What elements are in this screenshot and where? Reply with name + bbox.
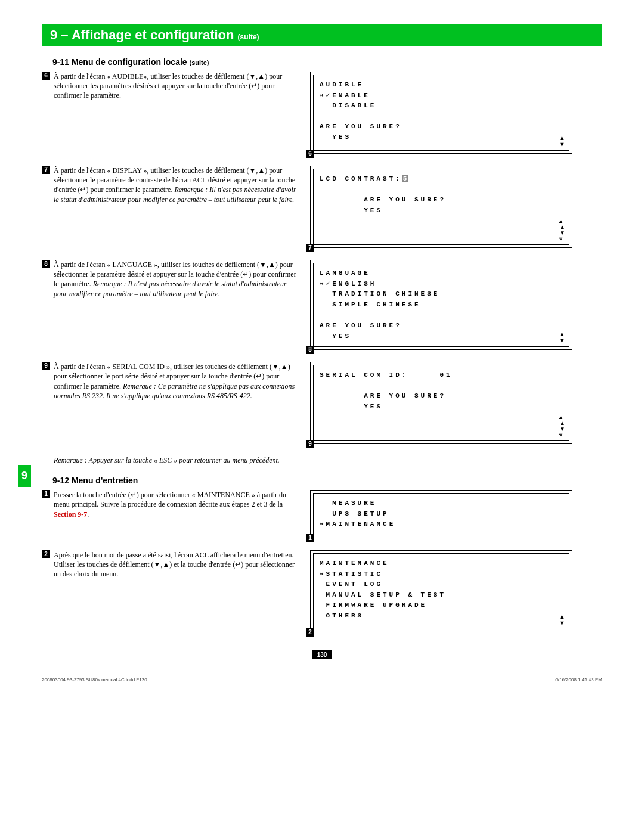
lcd-line: ARE YOU SURE? [320,196,446,203]
subhead-suite: (suite) [190,59,209,66]
lcd-badge-m2: 2 [306,628,314,637]
lcd-line: ARE YOU SURE? [320,322,402,329]
lcd-line: YES [320,134,351,141]
esc-note: Remarque : Appuyer sur la touche « ESC »… [54,456,602,465]
step-text: Presser la touche d'entrée (↵) pour séle… [54,491,286,508]
lcd-line: DISABLE [320,102,376,109]
lcd-line: AUDIBLE [320,81,364,88]
subhead-9-12: 9-12 Menu d'entretien [52,476,602,485]
step-badge-m2: 2 [42,550,50,558]
page-number-badge: 130 [312,650,332,659]
lcd-line: ↦✓ENGLISH [320,280,376,287]
lcd-panel-7: 7 LCD CONTRAST:5 ARE YOU SURE? YES ▵▲▼▿ [310,166,572,248]
step-text: . [87,510,89,519]
lcd-line: MEASURE [320,499,376,507]
footer-right: 6/16/2008 1:45:43 PM [555,677,602,682]
scroll-arrows-icon: ▵▲▼▿ [559,218,565,242]
lcd-badge-m1: 1 [306,534,314,542]
lcd-panel-m1: 1 MEASURE UPS SETUP ↦MAINTENANCE [310,490,572,538]
lcd-highlight: 5 [402,175,408,182]
lcd-panel-8: 8 LANGUAGE ↦✓ENGLISH TRADITION CHINESE S… [310,260,572,350]
subhead-9-11: 9-11 Menu de configuration locale (suite… [52,57,602,67]
lcd-badge-6: 6 [306,150,314,158]
lcd-screen-m1: MEASURE UPS SETUP ↦MAINTENANCE [313,493,569,535]
lcd-badge-9: 9 [306,440,314,448]
step-text-m1: Presser la touche d'entrée (↵) pour séle… [54,490,298,519]
banner-suite: (suite) [238,33,259,41]
step-badge-m1: 1 [42,490,50,498]
scroll-arrows-icon: ▵▲▼▿ [559,414,565,438]
step-text-9: À partir de l'écran « SERIAL COM ID », u… [54,362,298,401]
step-text-7: À partir de l'écran « DISPLAY », utilise… [54,166,298,204]
lcd-line: ARE YOU SURE? [320,392,446,399]
section-ref-link: Section 9-7 [54,510,87,519]
lcd-line: ARE YOU SURE? [320,123,402,130]
lcd-line: YES [320,207,383,214]
lcd-line: SIMPLE CHINESE [320,301,421,308]
lcd-line: SERIAL COM ID: 01 [320,371,453,378]
footer-left: 200803004 93-2793 SU80k manual 4C.indd F… [42,677,147,682]
lcd-line: ↦STATISTIC [320,570,383,578]
lcd-line: EVENT LOG [320,581,383,588]
lcd-line: LCD CONTRAST: [320,175,402,182]
step-text-m2: Après que le bon mot de passe a été sais… [54,550,298,579]
lcd-badge-7: 7 [306,244,314,252]
scroll-arrows-icon: ▲▼ [559,331,565,344]
lcd-line: ↦MAINTENANCE [320,520,395,527]
page-number: 130 [42,650,602,659]
subhead-title: Menu d'entretien [72,476,138,485]
lcd-line: UPS SETUP [320,510,389,517]
lcd-panel-6: 6 AUDIBLE ↦✓ENABLE DISABLE ARE YOU SURE?… [310,72,572,154]
lcd-line: YES [320,403,383,410]
lcd-line: FIRMWARE UPGRADE [320,601,427,609]
lcd-panel-9: 9 SERIAL COM ID: 01 ARE YOU SURE? YES ▵▲… [310,362,572,444]
lcd-screen-9: SERIAL COM ID: 01 ARE YOU SURE? YES ▵▲▼▿ [313,365,569,441]
step-badge-6: 6 [42,72,50,80]
lcd-line: OTHERS [320,612,364,619]
banner-num: 9 [50,27,57,42]
subhead-num: 9-11 [52,57,69,67]
section-banner: 9 – Affichage et configuration (suite) [42,24,602,46]
step-text-8: À partir de l'écran « LANGUAGE », utilis… [54,260,298,299]
lcd-screen-m2: MAINTENANCE ↦STATISTIC EVENT LOG MANUAL … [313,553,569,629]
lcd-screen-8: LANGUAGE ↦✓ENGLISH TRADITION CHINESE SIM… [313,263,569,347]
lcd-line: TRADITION CHINESE [320,290,439,297]
subhead-title: Menu de configuration locale [72,57,187,67]
lcd-screen-6: AUDIBLE ↦✓ENABLE DISABLE ARE YOU SURE? Y… [313,75,569,151]
banner-title: Affichage et configuration [72,27,234,42]
step-badge-9: 9 [42,362,50,370]
lcd-line: MAINTENANCE [320,560,389,567]
scroll-arrows-icon: ▲▼ [559,613,565,626]
lcd-line: YES [320,333,351,340]
lcd-line: ↦✓ENABLE [320,92,370,99]
lcd-badge-8: 8 [306,346,314,354]
lcd-line: MANUAL SETUP & TEST [320,591,446,598]
lcd-screen-7: LCD CONTRAST:5 ARE YOU SURE? YES ▵▲▼▿ [313,169,569,245]
step-text-6: À partir de l'écran « AUDIBLE», utiliser… [54,72,298,101]
scroll-arrows-icon: ▲▼ [559,135,565,148]
footer: 200803004 93-2793 SU80k manual 4C.indd F… [42,677,602,682]
step-badge-8: 8 [42,260,50,268]
lcd-line: LANGUAGE [320,269,370,277]
step-badge-7: 7 [42,166,50,174]
subhead-num: 9-12 [52,476,69,485]
lcd-panel-m2: 2 MAINTENANCE ↦STATISTIC EVENT LOG MANUA… [310,550,572,632]
side-tab: 9 [18,465,31,487]
